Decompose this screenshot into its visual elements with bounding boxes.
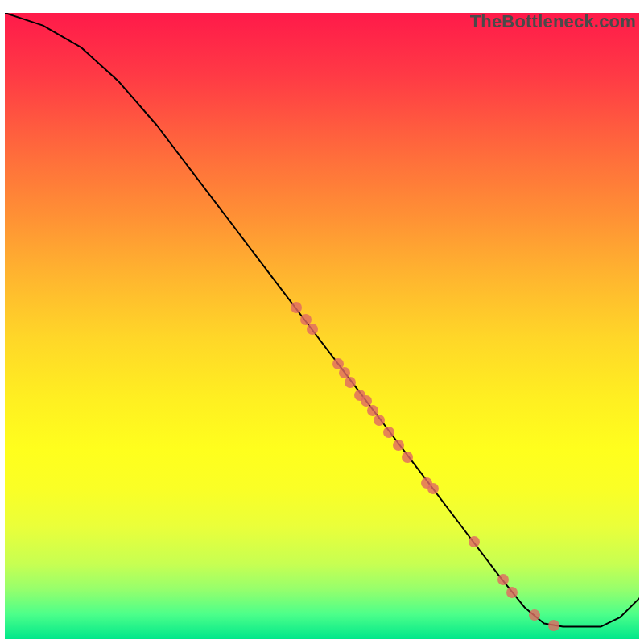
chart-container: TheBottleneck.com (0, 0, 644, 644)
data-point (374, 415, 385, 426)
data-point (506, 587, 518, 598)
data-point (383, 427, 394, 438)
plot-area: TheBottleneck.com (5, 13, 639, 639)
data-point (393, 440, 404, 451)
data-point (548, 620, 559, 631)
curve-layer (5, 13, 639, 639)
data-point (307, 324, 318, 335)
data-point (497, 574, 509, 585)
